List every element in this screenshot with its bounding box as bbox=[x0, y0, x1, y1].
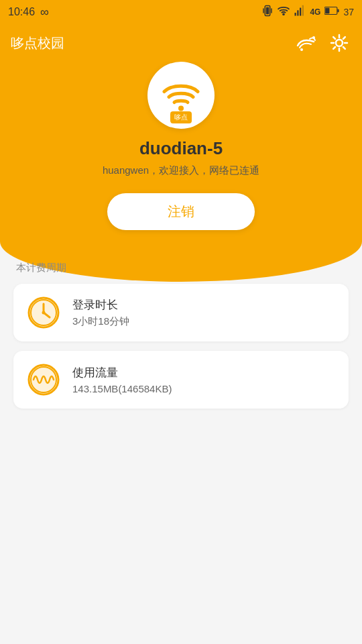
svg-rect-5 bbox=[295, 13, 296, 16]
svg-point-14 bbox=[336, 40, 343, 46]
welcome-message: huangwen，欢迎接入，网络已连通 bbox=[103, 164, 259, 177]
status-time: 10:46 bbox=[8, 6, 35, 18]
svg-point-4 bbox=[284, 13, 285, 15]
data-usage-text: 使用流量 143.15MB(146584KB) bbox=[72, 365, 172, 394]
wifi-badge: 哆点 bbox=[170, 111, 192, 123]
vibrate-icon bbox=[261, 5, 274, 19]
svg-point-12 bbox=[300, 48, 303, 51]
svg-rect-10 bbox=[338, 9, 339, 13]
status-left: 10:46 ∞ bbox=[8, 5, 49, 19]
data-usage-icon bbox=[27, 363, 60, 396]
data-usage-title: 使用流量 bbox=[72, 365, 172, 380]
app-bar: 哆点校园 bbox=[0, 24, 362, 62]
billing-period-label: 本计费周期 bbox=[13, 262, 349, 274]
login-duration-title: 登录时长 bbox=[72, 297, 129, 313]
login-duration-card: 登录时长 3小时18分钟 bbox=[13, 284, 349, 341]
wifi-status-icon bbox=[278, 5, 290, 19]
login-duration-value: 3小时18分钟 bbox=[72, 315, 129, 328]
signal-icon bbox=[294, 5, 306, 19]
network-sweep-button[interactable] bbox=[294, 31, 318, 55]
wifi-logo-svg bbox=[161, 75, 201, 115]
ssid-label: duodian-5 bbox=[139, 138, 223, 159]
status-right: 4G 37 bbox=[261, 5, 354, 19]
svg-rect-3 bbox=[272, 8, 273, 13]
billing-section: 本计费周期 登录时长 3小时18分钟 bbox=[0, 262, 362, 418]
svg-rect-6 bbox=[298, 10, 299, 15]
logout-button[interactable]: 注销 bbox=[107, 193, 255, 230]
svg-rect-8 bbox=[302, 5, 304, 16]
clock-icon bbox=[27, 296, 60, 329]
svg-rect-11 bbox=[326, 8, 330, 14]
svg-point-15 bbox=[178, 106, 184, 111]
status-infinity: ∞ bbox=[40, 5, 49, 19]
svg-point-13 bbox=[312, 36, 315, 39]
battery-icon bbox=[324, 6, 339, 18]
wifi-logo-circle: 哆点 bbox=[147, 62, 215, 129]
svg-rect-7 bbox=[300, 8, 301, 16]
svg-rect-1 bbox=[266, 7, 269, 15]
network-type: 4G bbox=[310, 7, 320, 17]
login-duration-text: 登录时长 3小时18分钟 bbox=[72, 297, 129, 328]
status-bar: 10:46 ∞ bbox=[0, 0, 362, 24]
app-bar-icons bbox=[294, 31, 351, 55]
main-content: 哆点 duodian-5 huangwen，欢迎接入，网络已连通 注销 bbox=[0, 62, 362, 230]
settings-button[interactable] bbox=[327, 31, 351, 55]
app-title: 哆点校园 bbox=[11, 34, 64, 52]
data-usage-value: 143.15MB(146584KB) bbox=[72, 383, 172, 394]
svg-rect-2 bbox=[263, 8, 265, 13]
battery-level: 37 bbox=[343, 7, 354, 17]
data-usage-card: 使用流量 143.15MB(146584KB) bbox=[13, 351, 349, 409]
svg-point-21 bbox=[42, 311, 46, 315]
